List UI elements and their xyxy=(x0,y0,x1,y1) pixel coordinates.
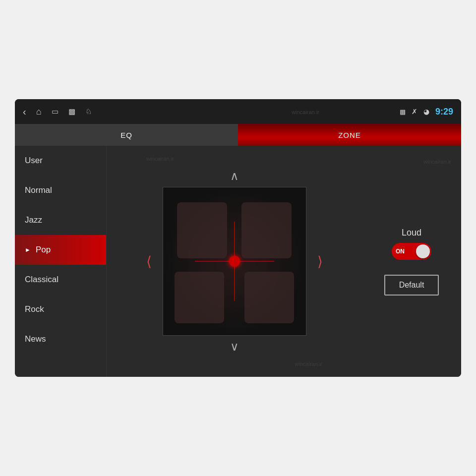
camera-icon[interactable]: ▩ xyxy=(68,107,75,116)
zone-grid-row: ⟨ xyxy=(140,187,329,336)
play-icon: ► xyxy=(25,246,31,253)
right-panel: wincairan.ir Loud ON Default xyxy=(362,146,461,377)
sidebar-item-news[interactable]: News xyxy=(15,324,106,354)
tab-eq[interactable]: EQ xyxy=(15,124,238,146)
default-button[interactable]: Default xyxy=(384,275,439,296)
sidebar-item-rock[interactable]: Rock xyxy=(15,295,106,324)
watermark-center: wincairan.ir xyxy=(146,156,174,162)
seat-rear-left xyxy=(175,272,225,323)
outer-frame: ‹ ⌂ ▭ ▩ ♘ wincairan.ir ▩ ✗ ◕ 9:29 EQ xyxy=(0,0,476,476)
watermark-right: wincairan.ir xyxy=(423,159,451,165)
loud-toggle[interactable]: ON xyxy=(392,243,431,260)
window-icon[interactable]: ▭ xyxy=(52,107,59,116)
zone-left-button[interactable]: ⟨ xyxy=(140,251,158,272)
sidebar-item-normal[interactable]: Normal xyxy=(15,176,106,205)
sidebar-item-jazz[interactable]: Jazz xyxy=(15,205,106,235)
toggle-on-label: ON xyxy=(396,248,405,255)
seat-front-right xyxy=(241,202,292,258)
back-icon[interactable]: ‹ xyxy=(23,106,26,118)
zone-grid[interactable] xyxy=(163,187,306,336)
zone-down-button[interactable]: ∨ xyxy=(224,338,245,356)
wifi-icon: ◕ xyxy=(423,108,429,116)
nav-icons: ‹ ⌂ ▭ ▩ ♘ xyxy=(23,106,211,118)
sidebar-item-pop[interactable]: ► Pop xyxy=(15,235,106,265)
device-screen: ‹ ⌂ ▭ ▩ ♘ wincairan.ir ▩ ✗ ◕ 9:29 EQ xyxy=(15,99,461,377)
crosshair-dot xyxy=(229,256,240,267)
eq-sidebar: User Normal Jazz ► Pop Classical Rock xyxy=(15,146,107,377)
cast-icon: ▩ xyxy=(400,108,406,116)
main-content: User Normal Jazz ► Pop Classical Rock xyxy=(15,146,461,377)
sidebar-item-classical[interactable]: Classical xyxy=(15,265,106,295)
toggle-knob xyxy=(416,244,430,258)
bag-icon[interactable]: ♘ xyxy=(85,107,92,116)
home-icon[interactable]: ⌂ xyxy=(36,107,42,117)
zone-center: wincairan.ir wincairan.ir ∧ ⟨ xyxy=(107,146,362,377)
loud-section: Loud ON xyxy=(392,228,431,260)
loud-label: Loud xyxy=(402,228,421,238)
clock: 9:29 xyxy=(435,107,453,117)
seat-front-left xyxy=(177,202,227,258)
status-icons-right: ▩ ✗ ◕ 9:29 xyxy=(400,107,453,117)
sidebar-item-user[interactable]: User xyxy=(15,146,106,176)
bluetooth-icon: ✗ xyxy=(412,108,417,116)
status-bar: ‹ ⌂ ▭ ▩ ♘ wincairan.ir ▩ ✗ ◕ 9:29 xyxy=(15,99,461,124)
watermark-center2: wincairan.ir xyxy=(295,361,322,367)
zone-up-button[interactable]: ∧ xyxy=(224,167,245,185)
car-interior-image xyxy=(163,187,306,335)
zone-right-button[interactable]: ⟩ xyxy=(311,251,329,272)
watermark-top: wincairan.ir xyxy=(292,109,319,115)
tab-zone[interactable]: ZONE xyxy=(238,124,461,146)
tab-bar: EQ ZONE xyxy=(15,124,461,146)
seat-rear-right xyxy=(244,272,295,323)
